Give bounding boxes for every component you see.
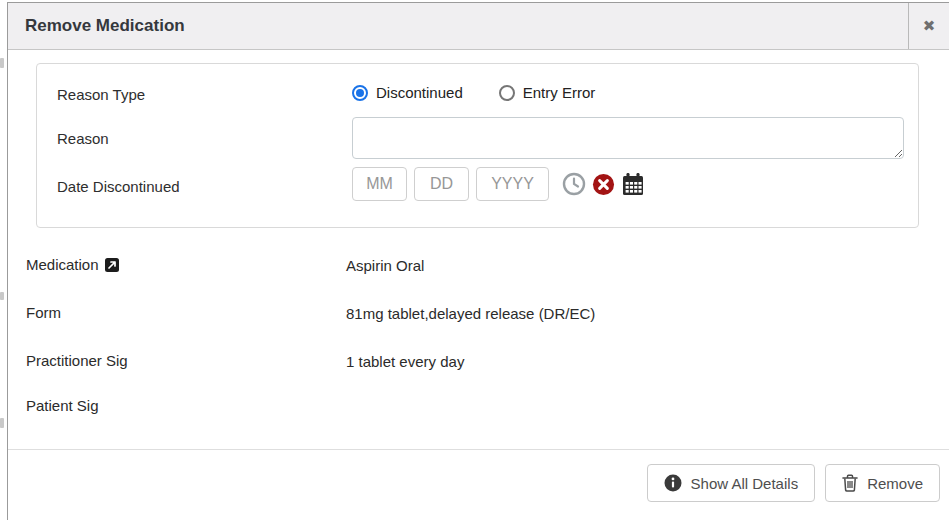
background-page-fragment	[0, 58, 4, 68]
footer-divider	[8, 449, 949, 450]
dialog-header: Remove Medication ✖	[8, 3, 949, 50]
remove-medication-dialog: Remove Medication ✖ Reason Type Disconti…	[7, 2, 949, 520]
date-discontinued-row	[352, 167, 648, 201]
clock-icon	[562, 172, 586, 196]
calendar-button[interactable]	[621, 172, 645, 196]
close-button[interactable]: ✖	[908, 3, 949, 49]
radio-discontinued-label[interactable]: Discontinued	[376, 84, 463, 101]
remove-button[interactable]: Remove	[825, 464, 940, 502]
background-page-fragment	[0, 292, 4, 300]
dialog-title: Remove Medication	[8, 16, 185, 36]
screen: Remove Medication ✖ Reason Type Disconti…	[0, 0, 949, 520]
reason-input[interactable]	[352, 117, 904, 159]
clear-date-icon	[592, 173, 615, 196]
radio-entry-error-label[interactable]: Entry Error	[523, 84, 596, 101]
medication-external-link-icon[interactable]	[105, 258, 119, 272]
info-icon	[664, 474, 682, 492]
day-input[interactable]	[414, 167, 469, 201]
show-all-details-label: Show All Details	[691, 475, 799, 492]
calendar-icon	[621, 172, 645, 196]
dialog-footer: Show All Details Remove	[647, 464, 940, 502]
radio-entry-error[interactable]	[499, 85, 515, 101]
practitioner-sig-value: 1 tablet every day	[346, 353, 464, 370]
reason-type-radio-group: Discontinued Entry Error	[352, 84, 623, 101]
form-value: 81mg tablet,delayed release (DR/EC)	[346, 305, 595, 322]
practitioner-sig-label: Practitioner Sig	[26, 352, 128, 369]
reason-type-label: Reason Type	[57, 86, 145, 103]
remove-label: Remove	[867, 475, 923, 492]
radio-discontinued[interactable]	[352, 85, 368, 101]
patient-sig-label-text: Patient Sig	[26, 397, 99, 414]
date-discontinued-label: Date Discontinued	[57, 178, 180, 195]
medication-value: Aspirin Oral	[346, 257, 424, 274]
clock-button[interactable]	[562, 172, 586, 196]
trash-icon	[842, 474, 858, 492]
form-label-text: Form	[26, 304, 61, 321]
patient-sig-label: Patient Sig	[26, 397, 99, 414]
remove-reason-fieldset: Reason Type Discontinued Entry Error Rea…	[36, 63, 919, 228]
month-input[interactable]	[352, 167, 407, 201]
show-all-details-button[interactable]: Show All Details	[647, 464, 816, 502]
medication-label: Medication	[26, 256, 119, 273]
medication-label-text: Medication	[26, 256, 99, 273]
form-label: Form	[26, 304, 61, 321]
year-input[interactable]	[476, 167, 549, 201]
practitioner-sig-label-text: Practitioner Sig	[26, 352, 128, 369]
clear-date-button[interactable]	[592, 173, 615, 196]
background-page-fragment	[0, 418, 4, 428]
close-icon: ✖	[923, 17, 936, 35]
reason-label: Reason	[57, 130, 109, 147]
